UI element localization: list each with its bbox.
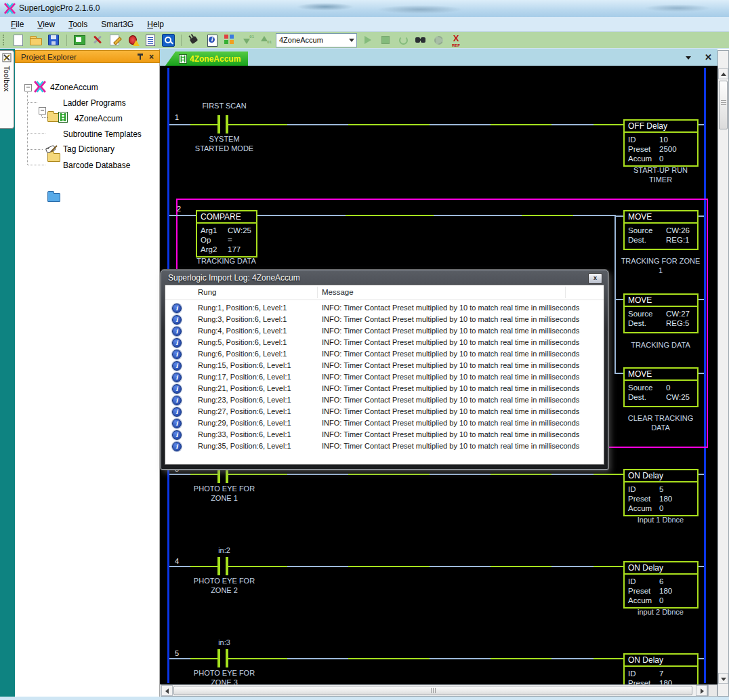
scroll-right-button[interactable] xyxy=(696,685,707,696)
contact-first-scan[interactable] xyxy=(226,115,228,133)
on-delay-timer-box[interactable]: ON Delay ID7 Preset180 Accum0 xyxy=(623,653,699,684)
off-delay-timer-box[interactable]: OFF Delay ID10 Preset2500 Accum0 xyxy=(623,119,699,167)
info-icon: i xyxy=(172,315,182,325)
import-log-dialog[interactable]: Superlogic Import Log: 4ZoneAccum x Rung… xyxy=(161,270,608,470)
log-list-header: Rung Message xyxy=(165,285,604,300)
scroll-up-button[interactable] xyxy=(718,68,728,79)
move-box-zone1[interactable]: MOVE SourceCW:26 Dest.REG:1 xyxy=(623,210,699,250)
expander-root[interactable] xyxy=(24,84,32,91)
menu-help[interactable]: Help xyxy=(140,18,171,31)
contact-photo-eye-3[interactable] xyxy=(217,649,220,667)
log-row[interactable]: iRung:29, Position:6, Level:1INFO: Timer… xyxy=(165,417,604,429)
log-row[interactable]: iRung:1, Position:6, Level:1INFO: Timer … xyxy=(165,302,604,314)
tab-4zoneaccum[interactable]: 4ZoneAccum xyxy=(165,52,248,66)
dialog-title: Superlogic Import Log: 4ZoneAccum xyxy=(168,273,300,283)
column-header-rung[interactable]: Rung xyxy=(198,288,217,296)
barcode-folder-icon xyxy=(47,193,60,202)
box-title: ON Delay xyxy=(625,562,697,575)
toolbar-separator xyxy=(66,35,67,46)
compare-box[interactable]: COMPARE Arg1CW:25 Op= Arg2177 xyxy=(196,210,257,258)
log-row[interactable]: iRung:23, Position:6, Level:1INFO: Timer… xyxy=(165,394,604,406)
contact-bottom-label: PHOTO EYE FOR ZONE 2 xyxy=(180,576,268,595)
column-header-message[interactable]: Message xyxy=(322,288,354,296)
tools-icon[interactable] xyxy=(91,33,104,47)
run-play-icon[interactable] xyxy=(361,33,375,47)
toolbar-grip[interactable] xyxy=(3,35,6,45)
log-row[interactable]: iRung:27, Position:6, Level:1INFO: Timer… xyxy=(165,406,604,417)
routine-selector-value[interactable] xyxy=(276,35,346,45)
debug-bug-icon[interactable] xyxy=(126,33,140,47)
menu-view[interactable]: View xyxy=(30,18,62,31)
log-row[interactable]: iRung:33, Position:6, Level:1INFO: Timer… xyxy=(165,429,604,440)
info-document-icon[interactable]: i xyxy=(205,33,219,47)
new-document-icon[interactable] xyxy=(12,33,25,47)
menu-bar: File View Tools Smart3G Help xyxy=(0,17,729,32)
dialog-close-button[interactable]: x xyxy=(588,273,602,284)
log-row[interactable]: iRung:21, Position:6, Level:1INFO: Timer… xyxy=(165,383,604,394)
close-icon[interactable]: × xyxy=(149,52,154,62)
contact-photo-eye-3[interactable] xyxy=(226,649,228,667)
info-icon: i xyxy=(172,442,182,451)
settings-gear-icon[interactable] xyxy=(432,33,445,47)
refresh-icon[interactable] xyxy=(396,33,410,47)
upload-01-icon[interactable]: 01 xyxy=(258,33,272,47)
tree-connector xyxy=(28,133,45,134)
stop-icon[interactable] xyxy=(379,33,392,47)
move-box-clear[interactable]: MOVE Source0 Dest.CW:25 xyxy=(623,367,699,407)
log-list: Rung Message iRung:1, Position:6, Level:… xyxy=(165,285,604,465)
on-delay-timer-box[interactable]: ON Delay ID6 Preset180 Accum0 xyxy=(623,561,699,609)
tab-label: 4ZoneAccum xyxy=(190,54,241,64)
menu-tools[interactable]: Tools xyxy=(62,18,94,31)
list-document-icon[interactable] xyxy=(144,33,157,47)
scroll-down-button[interactable] xyxy=(718,673,728,684)
contact-bottom-label: PHOTO EYE FOR ZONE 3 xyxy=(180,668,268,684)
vertical-scroll-thumb[interactable] xyxy=(719,81,728,129)
find-binoculars-icon[interactable] xyxy=(414,33,428,47)
log-row[interactable]: iRung:17, Position:6, Level:1INFO: Timer… xyxy=(165,371,604,383)
info-icon: i xyxy=(172,396,182,405)
log-row[interactable]: iRung:15, Position:6, Level:1INFO: Timer… xyxy=(165,360,604,371)
contact-photo-eye-2[interactable] xyxy=(226,557,228,575)
contact-first-scan[interactable] xyxy=(217,115,220,133)
on-delay-timer-box[interactable]: ON Delay ID5 Preset180 Accum0 xyxy=(623,469,699,516)
scroll-left-button[interactable] xyxy=(161,685,173,696)
tree-item-subroutine-templates[interactable]: Subroutine Templates xyxy=(63,129,142,139)
tab-list-chevron-icon[interactable] xyxy=(686,56,691,60)
horizontal-scrollbar[interactable] xyxy=(161,684,708,697)
log-row[interactable]: iRung:5, Position:6, Level:1INFO: Timer … xyxy=(165,337,604,348)
log-row[interactable]: iRung:4, Position:6, Level:1INFO: Timer … xyxy=(165,325,604,337)
tree-item-ladder-programs[interactable]: Ladder Programs xyxy=(63,98,126,108)
menu-file[interactable]: File xyxy=(4,18,30,31)
export-window-icon[interactable] xyxy=(73,33,87,47)
routine-selector-combo[interactable] xyxy=(276,33,357,47)
contact-photo-eye-2[interactable] xyxy=(217,557,220,575)
tree-item-ladder-routine[interactable]: 4ZoneAccum xyxy=(75,114,123,123)
horizontal-scroll-thumb[interactable] xyxy=(173,686,692,695)
grid-blocks-icon[interactable] xyxy=(223,33,236,47)
save-icon[interactable] xyxy=(47,33,60,47)
log-row[interactable]: iRung:6, Position:6, Level:1INFO: Timer … xyxy=(165,348,604,360)
tree-item-tag-dictionary[interactable]: Tag Dictionary xyxy=(63,144,114,154)
toolbox-tab[interactable]: Toolbox xyxy=(0,50,14,129)
open-folder-icon[interactable] xyxy=(29,33,43,47)
menu-smart3g[interactable]: Smart3G xyxy=(94,18,140,31)
download-01-icon[interactable]: 01 xyxy=(241,33,254,47)
search-icon[interactable] xyxy=(161,33,175,47)
cross-reference-icon[interactable]: XREF xyxy=(449,33,463,47)
left-dock-strip xyxy=(0,49,15,697)
tree-item-barcode-database[interactable]: Barcode Database xyxy=(63,161,130,170)
expander-ladder-programs[interactable] xyxy=(39,107,46,115)
chevron-down-icon[interactable] xyxy=(349,39,354,42)
editor-close-icon[interactable]: ✕ xyxy=(705,52,712,62)
box-caption: START-UP RUN TIMER xyxy=(610,165,711,184)
vertical-scrollbar[interactable] xyxy=(717,50,729,697)
edit-notepad-icon[interactable] xyxy=(108,33,122,47)
main-toolbar: i 01 01 XREF xyxy=(0,32,729,49)
move-box-tracking[interactable]: MOVE SourceCW:27 Dest.REG:5 xyxy=(623,293,699,333)
log-row[interactable]: iRung:3, Position:6, Level:1INFO: Timer … xyxy=(165,314,604,325)
connect-plug-icon[interactable] xyxy=(188,33,201,47)
log-row[interactable]: iRung:35, Position:6, Level:1INFO: Timer… xyxy=(165,440,604,452)
tree-item-project-root[interactable]: 4ZoneAccum xyxy=(50,83,98,92)
pin-icon[interactable] xyxy=(137,53,144,60)
info-icon: i xyxy=(172,304,182,313)
